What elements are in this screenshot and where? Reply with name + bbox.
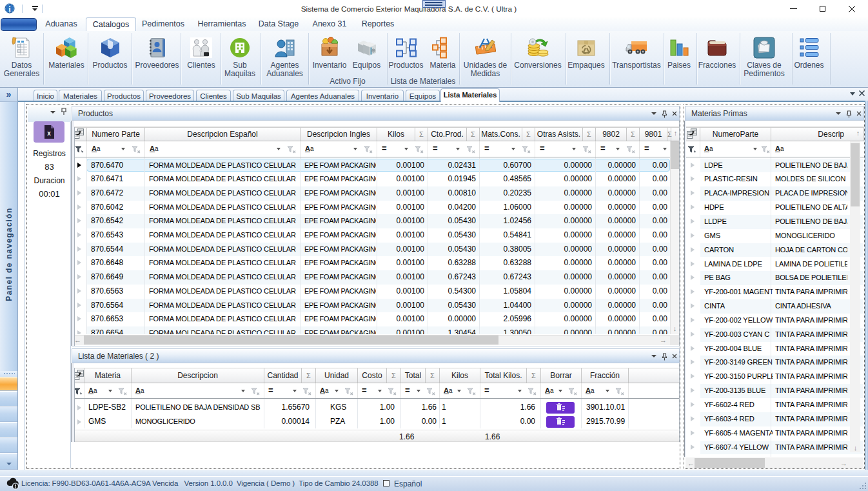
svg-text:x: x: [47, 130, 51, 137]
